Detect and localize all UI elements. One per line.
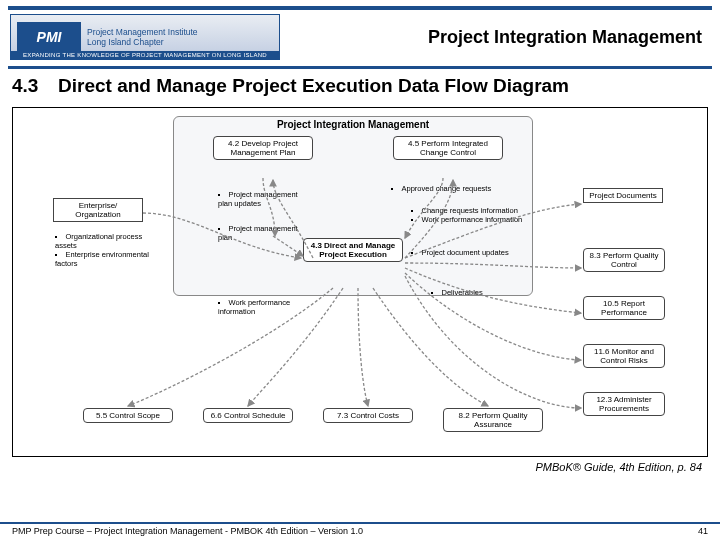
footer: PMP Prep Course – Project Integration Ma… (0, 522, 720, 536)
data-flow-diagram: Project Integration Management 4.2 Devel… (12, 107, 708, 457)
node-4-2: 4.2 Develop Project Management Plan (213, 136, 313, 160)
flow-deliverables: Deliverables (431, 288, 511, 297)
flow-wpi: Work performance information (218, 298, 328, 316)
node-project-documents: Project Documents (583, 188, 663, 203)
logo-line2: Long Island Chapter (87, 37, 198, 47)
node-4-5: 4.5 Perform Integrated Change Control (393, 136, 503, 160)
logo-abbr: PMI (37, 29, 62, 45)
section-number: 4.3 (12, 75, 58, 97)
footer-left: PMP Prep Course – Project Integration Ma… (12, 524, 363, 536)
pmi-logo: PMI Project Management Institute Long Is… (10, 14, 280, 60)
flow-pmp-updates: Project management plan updates (218, 190, 308, 208)
node-8-2: 8.2 Perform Quality Assurance (443, 408, 543, 432)
flow-pdu: Project document updates (411, 248, 521, 257)
node-12-3: 12.3 Administer Procurements (583, 392, 665, 416)
section-heading: 4.3 Direct and Manage Project Execution … (0, 73, 720, 101)
node-enterprise: Enterprise/ Organization (53, 198, 143, 222)
page-number: 41 (698, 524, 708, 536)
group-title: Project Integration Management (174, 117, 532, 132)
header: PMI Project Management Institute Long Is… (0, 10, 720, 60)
citation: PMBoK® Guide, 4th Edition, p. 84 (0, 457, 720, 473)
logo-tagline: EXPANDING THE KNOWLEDGE OF PROJECT MANAG… (11, 51, 279, 59)
logo-line1: Project Management Institute (87, 27, 198, 37)
flow-acr: Approved change requests (391, 184, 501, 193)
node-11-6: 11.6 Monitor and Control Risks (583, 344, 665, 368)
page-title: Project Integration Management (280, 27, 710, 48)
logo-mark: PMI (17, 22, 81, 52)
flow-enterprise: Organizational process assets Enterprise… (55, 232, 165, 268)
logo-text: Project Management Institute Long Island… (87, 27, 198, 47)
node-8-3: 8.3 Perform Quality Control (583, 248, 665, 272)
node-7-3: 7.3 Control Costs (323, 408, 413, 423)
node-10-5: 10.5 Report Performance (583, 296, 665, 320)
node-6-6: 6.6 Control Schedule (203, 408, 293, 423)
header-separator (8, 66, 712, 69)
section-title: Direct and Manage Project Execution Data… (58, 75, 569, 97)
flow-pmp: Project management plan (218, 224, 308, 242)
node-5-5: 5.5 Control Scope (83, 408, 173, 423)
flow-cri: Change requests information Work perform… (411, 206, 531, 224)
node-4-3: 4.3 Direct and Manage Project Execution (303, 238, 403, 262)
